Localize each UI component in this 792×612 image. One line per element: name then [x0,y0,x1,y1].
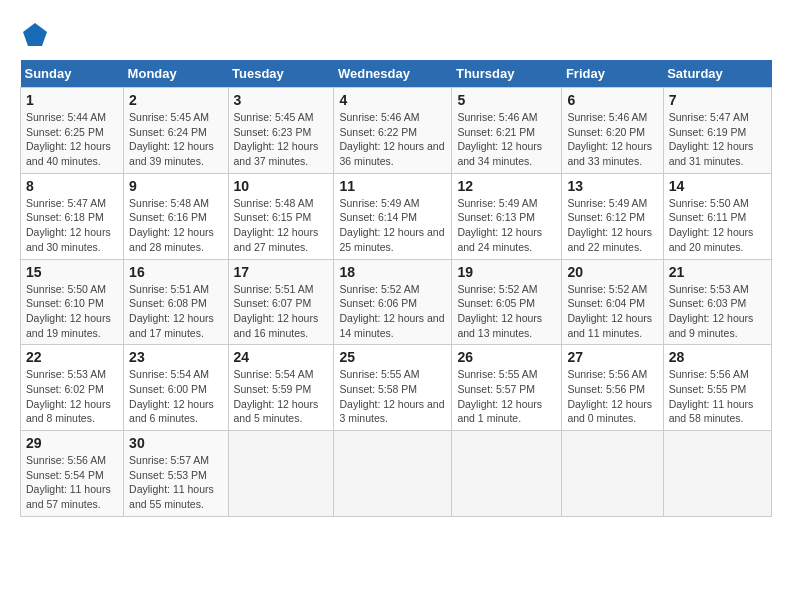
sunset-text: Sunset: 5:55 PM [669,383,747,395]
calendar-week-row: 8 Sunrise: 5:47 AM Sunset: 6:18 PM Dayli… [21,173,772,259]
sunrise-text: Sunrise: 5:51 AM [129,283,209,295]
calendar-cell: 26 Sunrise: 5:55 AM Sunset: 5:57 PM Dayl… [452,345,562,431]
day-detail: Sunrise: 5:55 AM Sunset: 5:58 PM Dayligh… [339,367,446,426]
day-number: 24 [234,349,329,365]
day-number: 18 [339,264,446,280]
sunrise-text: Sunrise: 5:55 AM [339,368,419,380]
day-number: 28 [669,349,766,365]
daylight-text: Daylight: 12 hours and 33 minutes. [567,140,652,167]
calendar-cell: 5 Sunrise: 5:46 AM Sunset: 6:21 PM Dayli… [452,88,562,174]
daylight-text: Daylight: 12 hours and 34 minutes. [457,140,542,167]
daylight-text: Daylight: 12 hours and 39 minutes. [129,140,214,167]
sunrise-text: Sunrise: 5:53 AM [26,368,106,380]
calendar-week-row: 1 Sunrise: 5:44 AM Sunset: 6:25 PM Dayli… [21,88,772,174]
sunset-text: Sunset: 6:13 PM [457,211,535,223]
day-number: 14 [669,178,766,194]
sunset-text: Sunset: 6:08 PM [129,297,207,309]
daylight-text: Daylight: 12 hours and 0 minutes. [567,398,652,425]
sunset-text: Sunset: 5:59 PM [234,383,312,395]
sunset-text: Sunset: 6:05 PM [457,297,535,309]
column-header-monday: Monday [124,60,228,88]
sunset-text: Sunset: 5:56 PM [567,383,645,395]
calendar-cell: 24 Sunrise: 5:54 AM Sunset: 5:59 PM Dayl… [228,345,334,431]
svg-marker-0 [23,23,47,46]
calendar-cell: 19 Sunrise: 5:52 AM Sunset: 6:05 PM Dayl… [452,259,562,345]
day-detail: Sunrise: 5:52 AM Sunset: 6:05 PM Dayligh… [457,282,556,341]
daylight-text: Daylight: 12 hours and 13 minutes. [457,312,542,339]
calendar-cell [334,431,452,517]
sunrise-text: Sunrise: 5:54 AM [129,368,209,380]
daylight-text: Daylight: 12 hours and 36 minutes. [339,140,444,167]
daylight-text: Daylight: 12 hours and 28 minutes. [129,226,214,253]
day-detail: Sunrise: 5:47 AM Sunset: 6:18 PM Dayligh… [26,196,118,255]
sunrise-text: Sunrise: 5:48 AM [129,197,209,209]
sunrise-text: Sunrise: 5:49 AM [567,197,647,209]
day-detail: Sunrise: 5:50 AM Sunset: 6:10 PM Dayligh… [26,282,118,341]
column-header-tuesday: Tuesday [228,60,334,88]
sunrise-text: Sunrise: 5:50 AM [669,197,749,209]
sunrise-text: Sunrise: 5:46 AM [567,111,647,123]
daylight-text: Daylight: 12 hours and 6 minutes. [129,398,214,425]
day-number: 17 [234,264,329,280]
calendar-cell: 9 Sunrise: 5:48 AM Sunset: 6:16 PM Dayli… [124,173,228,259]
daylight-text: Daylight: 12 hours and 3 minutes. [339,398,444,425]
calendar-cell: 23 Sunrise: 5:54 AM Sunset: 6:00 PM Dayl… [124,345,228,431]
day-number: 10 [234,178,329,194]
day-number: 2 [129,92,222,108]
sunset-text: Sunset: 6:19 PM [669,126,747,138]
sunrise-text: Sunrise: 5:45 AM [129,111,209,123]
calendar-cell: 7 Sunrise: 5:47 AM Sunset: 6:19 PM Dayli… [663,88,771,174]
calendar-week-row: 29 Sunrise: 5:56 AM Sunset: 5:54 PM Dayl… [21,431,772,517]
calendar-cell: 8 Sunrise: 5:47 AM Sunset: 6:18 PM Dayli… [21,173,124,259]
calendar-cell: 20 Sunrise: 5:52 AM Sunset: 6:04 PM Dayl… [562,259,663,345]
sunset-text: Sunset: 6:07 PM [234,297,312,309]
daylight-text: Daylight: 12 hours and 1 minute. [457,398,542,425]
sunrise-text: Sunrise: 5:52 AM [567,283,647,295]
calendar-cell [452,431,562,517]
daylight-text: Daylight: 12 hours and 20 minutes. [669,226,754,253]
sunset-text: Sunset: 6:15 PM [234,211,312,223]
day-number: 16 [129,264,222,280]
daylight-text: Daylight: 11 hours and 58 minutes. [669,398,754,425]
sunset-text: Sunset: 6:14 PM [339,211,417,223]
day-detail: Sunrise: 5:56 AM Sunset: 5:56 PM Dayligh… [567,367,657,426]
calendar-week-row: 22 Sunrise: 5:53 AM Sunset: 6:02 PM Dayl… [21,345,772,431]
calendar-header-row: SundayMondayTuesdayWednesdayThursdayFrid… [21,60,772,88]
calendar-cell: 22 Sunrise: 5:53 AM Sunset: 6:02 PM Dayl… [21,345,124,431]
day-detail: Sunrise: 5:57 AM Sunset: 5:53 PM Dayligh… [129,453,222,512]
day-detail: Sunrise: 5:46 AM Sunset: 6:20 PM Dayligh… [567,110,657,169]
sunset-text: Sunset: 6:20 PM [567,126,645,138]
day-number: 19 [457,264,556,280]
day-detail: Sunrise: 5:49 AM Sunset: 6:12 PM Dayligh… [567,196,657,255]
sunset-text: Sunset: 6:16 PM [129,211,207,223]
calendar-cell: 6 Sunrise: 5:46 AM Sunset: 6:20 PM Dayli… [562,88,663,174]
calendar-cell: 3 Sunrise: 5:45 AM Sunset: 6:23 PM Dayli… [228,88,334,174]
day-number: 7 [669,92,766,108]
calendar-cell [562,431,663,517]
column-header-sunday: Sunday [21,60,124,88]
sunrise-text: Sunrise: 5:51 AM [234,283,314,295]
sunset-text: Sunset: 6:04 PM [567,297,645,309]
day-detail: Sunrise: 5:44 AM Sunset: 6:25 PM Dayligh… [26,110,118,169]
day-detail: Sunrise: 5:50 AM Sunset: 6:11 PM Dayligh… [669,196,766,255]
sunrise-text: Sunrise: 5:55 AM [457,368,537,380]
sunset-text: Sunset: 6:22 PM [339,126,417,138]
daylight-text: Daylight: 12 hours and 30 minutes. [26,226,111,253]
day-detail: Sunrise: 5:49 AM Sunset: 6:13 PM Dayligh… [457,196,556,255]
sunset-text: Sunset: 6:18 PM [26,211,104,223]
calendar-cell: 18 Sunrise: 5:52 AM Sunset: 6:06 PM Dayl… [334,259,452,345]
sunrise-text: Sunrise: 5:49 AM [339,197,419,209]
daylight-text: Daylight: 12 hours and 17 minutes. [129,312,214,339]
day-detail: Sunrise: 5:48 AM Sunset: 6:16 PM Dayligh… [129,196,222,255]
sunset-text: Sunset: 6:25 PM [26,126,104,138]
daylight-text: Daylight: 11 hours and 55 minutes. [129,483,214,510]
day-number: 26 [457,349,556,365]
calendar-cell: 29 Sunrise: 5:56 AM Sunset: 5:54 PM Dayl… [21,431,124,517]
daylight-text: Daylight: 12 hours and 11 minutes. [567,312,652,339]
sunrise-text: Sunrise: 5:52 AM [457,283,537,295]
sunset-text: Sunset: 6:11 PM [669,211,747,223]
day-detail: Sunrise: 5:46 AM Sunset: 6:22 PM Dayligh… [339,110,446,169]
sunset-text: Sunset: 6:10 PM [26,297,104,309]
day-detail: Sunrise: 5:54 AM Sunset: 6:00 PM Dayligh… [129,367,222,426]
calendar-table: SundayMondayTuesdayWednesdayThursdayFrid… [20,60,772,517]
